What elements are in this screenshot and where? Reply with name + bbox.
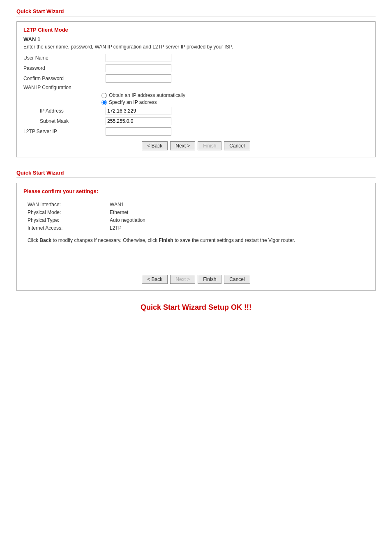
panel2-title: Please confirm your settings: — [23, 188, 369, 194]
confirm-val-physical-type: Auto negotiation — [110, 217, 145, 223]
section2-back-button[interactable]: < Back — [142, 275, 168, 284]
obtain-auto-label: Obtain an IP address automatically — [109, 92, 185, 98]
password-input[interactable] — [106, 64, 171, 72]
ip-address-label: IP Address — [32, 108, 106, 114]
username-row: User Name — [23, 54, 369, 62]
subnet-mask-row: Subnet Mask — [32, 117, 369, 125]
note-finish-bold: Finish — [159, 237, 173, 243]
panel1-title: L2TP Client Mode — [23, 27, 369, 33]
setup-ok-text: Quick Start Wizard Setup OK !!! — [16, 303, 376, 312]
section2-title: Quick Start Wizard — [16, 170, 376, 176]
wan1-title: WAN 1 — [23, 36, 369, 42]
specify-ip-row: Specify an IP address — [101, 99, 369, 105]
ip-address-row: IP Address — [32, 107, 369, 115]
specify-ip-radio[interactable] — [101, 100, 107, 105]
confirm-key-wan: WAN Interface: — [28, 202, 110, 207]
section2-panel: Please confirm your settings: WAN Interf… — [16, 183, 376, 291]
wan-ip-config-row: WAN IP Configuration — [23, 85, 369, 90]
section1-back-button[interactable]: < Back — [142, 141, 168, 150]
section1: Quick Start Wizard L2TP Client Mode WAN … — [16, 8, 376, 157]
section2: Quick Start Wizard Please confirm your s… — [16, 170, 376, 291]
subnet-mask-input[interactable] — [106, 117, 171, 125]
confirm-key-internet-access: Internet Access: — [28, 225, 110, 231]
wan1-desc: Enter the user name, password, WAN IP co… — [23, 44, 369, 50]
specify-ip-label: Specify an IP address — [109, 99, 157, 105]
l2tp-server-label: L2TP Server IP — [23, 129, 106, 134]
wan-ip-config-label: WAN IP Configuration — [23, 85, 106, 90]
confirm-note: Click Back to modify changes if necessar… — [28, 237, 364, 244]
confirm-table: WAN Interface: WAN1 Physical Mode: Ether… — [28, 198, 369, 231]
section2-divider — [16, 177, 376, 178]
section1-divider — [16, 16, 376, 16]
radio-group: Obtain an IP address automatically Speci… — [101, 92, 369, 105]
password-label: Password — [23, 65, 106, 71]
confirm-password-input[interactable] — [106, 74, 171, 83]
confirm-row-internet-access: Internet Access: L2TP — [28, 225, 369, 231]
password-row: Password — [23, 64, 369, 72]
obtain-auto-radio[interactable] — [101, 93, 107, 98]
section1-title: Quick Start Wizard — [16, 8, 376, 14]
confirm-key-physical-type: Physical Type: — [28, 217, 110, 223]
l2tp-server-input[interactable] — [106, 127, 171, 136]
obtain-auto-row: Obtain an IP address automatically — [101, 92, 369, 98]
subnet-mask-label: Subnet Mask — [32, 118, 106, 124]
confirm-val-wan: WAN1 — [110, 202, 124, 207]
confirm-val-internet-access: L2TP — [110, 225, 122, 231]
confirm-row-wan: WAN Interface: WAN1 — [28, 202, 369, 207]
confirm-row-physical-mode: Physical Mode: Ethernet — [28, 210, 369, 215]
username-input[interactable] — [106, 54, 171, 62]
confirm-row-physical-type: Physical Type: Auto negotiation — [28, 217, 369, 223]
ip-address-input[interactable] — [106, 107, 171, 115]
section1-cancel-button[interactable]: Cancel — [224, 141, 250, 150]
confirm-val-physical-mode: Ethernet — [110, 210, 128, 215]
section2-finish-button[interactable]: Finish — [198, 275, 221, 284]
note-back-bold: Back — [39, 237, 51, 243]
section1-panel: L2TP Client Mode WAN 1 Enter the user na… — [16, 21, 376, 157]
confirm-key-physical-mode: Physical Mode: — [28, 210, 110, 215]
section2-next-button[interactable]: Next > — [170, 275, 195, 284]
l2tp-server-row: L2TP Server IP — [23, 127, 369, 136]
section2-button-row: < Back Next > Finish Cancel — [23, 275, 369, 284]
confirm-password-label: Confirm Password — [23, 76, 106, 81]
username-label: User Name — [23, 55, 106, 61]
section2-cancel-button[interactable]: Cancel — [224, 275, 250, 284]
section1-button-row: < Back Next > Finish Cancel — [23, 141, 369, 150]
section1-finish-button[interactable]: Finish — [198, 141, 221, 150]
section1-next-button[interactable]: Next > — [170, 141, 195, 150]
confirm-password-row: Confirm Password — [23, 74, 369, 83]
